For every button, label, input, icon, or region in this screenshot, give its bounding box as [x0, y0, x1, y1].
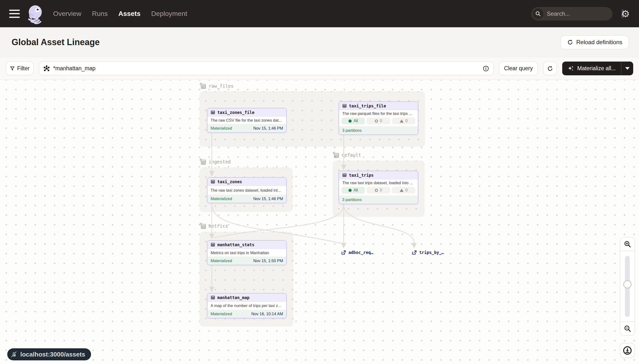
asset-node-description: The raw taxi trips dataset, loaded into … [339, 179, 418, 186]
materialized-timestamp: Nov 15, 1:46 PM [253, 126, 283, 130]
group-label-ingested[interactable]: ingested [200, 158, 231, 165]
page-title: Global Asset Lineage [12, 37, 100, 47]
asset-node-taxi-trips-file[interactable]: taxi_trips_file The raw parquet files fo… [339, 102, 418, 135]
zoom-out-button[interactable] [620, 322, 635, 335]
asset-node-manhattan-stats[interactable]: manhattan_stats Metrics on taxi trips in… [207, 240, 287, 265]
top-navbar: Overview Runs Assets Deployment / ⚙ [0, 0, 639, 27]
zoom-slider[interactable] [620, 251, 635, 322]
triangle-icon [400, 120, 404, 122]
settings-gear-icon[interactable]: ⚙ [621, 9, 630, 18]
external-asset-trips-by[interactable]: trips_by_… [412, 250, 444, 255]
external-link-icon [341, 250, 346, 255]
group-table-icon [200, 158, 206, 165]
partition-count: 3 partitions [342, 128, 362, 133]
nav-tab-runs[interactable]: Runs [92, 10, 108, 18]
hamburger-menu-icon[interactable] [9, 10, 20, 18]
partitions-missing-pill[interactable]: 0 [367, 118, 390, 124]
asset-node-header: taxi_trips [339, 171, 418, 179]
sparkles-icon [567, 65, 574, 72]
table-icon [211, 242, 215, 247]
asset-node-footer: Materialized Nov 15, 1:46 PM [207, 194, 286, 203]
asset-node-manhattan-map[interactable]: manhattan_map A map of the number of tri… [207, 293, 287, 318]
asset-node-header: taxi_zones [207, 178, 286, 186]
materialize-dropdown-toggle[interactable] [621, 62, 633, 75]
lineage-graph-icon [44, 66, 50, 72]
browser-status-bubble: localhost:3000/assets [7, 348, 91, 360]
asset-node-footer: 3 partitions [339, 196, 418, 204]
refresh-icon [547, 66, 553, 72]
lineage-toolbar: Filter Clear query [0, 57, 639, 80]
partition-count: 3 partitions [342, 198, 362, 202]
chevron-down-icon [625, 67, 629, 70]
zoom-in-button[interactable] [620, 237, 635, 251]
materialize-all-main[interactable]: Materialize all... [562, 62, 621, 75]
table-icon [211, 295, 215, 300]
download-graph-button[interactable] [620, 343, 635, 358]
asset-node-footer: Materialized Nov 15, 1:50 PM [207, 256, 286, 265]
partition-health-row: All 0 0 [339, 117, 418, 126]
group-label-metrics[interactable]: metrics [200, 222, 228, 229]
asset-node-footer: Materialized Nov 16, 10:14 AM [207, 310, 286, 318]
zoom-out-icon [623, 325, 631, 332]
zoom-slider-thumb[interactable] [623, 280, 631, 288]
group-table-icon [200, 222, 206, 229]
materialized-status: Materialized [211, 126, 232, 130]
nav-tab-deployment[interactable]: Deployment [151, 10, 187, 18]
partitions-all-pill[interactable]: All [341, 187, 365, 194]
dot-icon [348, 189, 352, 192]
materialized-status: Materialized [211, 312, 232, 316]
materialize-all-button[interactable]: Materialize all... [562, 62, 633, 75]
triangle-icon [400, 189, 404, 192]
asset-node-header: manhattan_map [207, 294, 286, 302]
asset-node-header: manhattan_stats [207, 241, 286, 249]
asset-query-field[interactable] [39, 62, 494, 75]
dagster-app: Overview Runs Assets Deployment / ⚙ Glob… [0, 0, 639, 364]
info-icon[interactable] [483, 66, 489, 72]
primary-nav: Overview Runs Assets Deployment [53, 10, 187, 18]
page-header: Global Asset Lineage Reload definitions [0, 27, 639, 57]
partitions-all-pill[interactable]: All [341, 118, 365, 124]
ring-icon [375, 120, 378, 122]
partitions-missing-pill[interactable]: 0 [367, 187, 390, 194]
global-search[interactable]: / [531, 7, 612, 20]
external-link-icon [412, 250, 417, 255]
partitions-failed-pill[interactable]: 0 [392, 187, 415, 194]
asset-node-taxi-zones[interactable]: taxi_zones The raw taxi zones dataset, l… [207, 177, 287, 203]
ring-icon [375, 189, 378, 192]
group-label-raw-files[interactable]: raw_files [200, 82, 234, 89]
asset-node-description: The raw taxi zones dataset, loaded int..… [207, 186, 286, 194]
status-url: localhost:3000/assets [20, 351, 85, 358]
search-input[interactable] [547, 10, 621, 17]
materialized-status: Materialized [211, 196, 232, 201]
external-asset-adhoc-request[interactable]: adhoc_req… [341, 250, 373, 255]
group-table-icon [333, 152, 339, 158]
group-label-default[interactable]: default [333, 152, 361, 158]
filter-button[interactable]: Filter [6, 62, 34, 75]
table-icon [342, 104, 347, 108]
asset-node-taxi-trips[interactable]: taxi_trips The raw taxi trips dataset, l… [339, 171, 418, 204]
asset-node-taxi-zones-file[interactable]: taxi_zones_file The raw CSV file for the… [207, 108, 287, 133]
asset-node-footer: 3 partitions [339, 126, 418, 134]
asset-node-header: taxi_trips_file [339, 102, 418, 110]
materialized-status: Materialized [211, 258, 232, 263]
asset-node-header: taxi_zones_file [207, 108, 286, 116]
dot-icon [348, 120, 352, 122]
asset-node-description: Metrics on taxi trips in Manhattan [207, 249, 286, 256]
nav-tab-assets[interactable]: Assets [118, 10, 141, 18]
zoom-in-icon [623, 240, 631, 248]
reload-definitions-button[interactable]: Reload definitions [560, 35, 629, 49]
materialized-timestamp: Nov 16, 10:14 AM [251, 312, 283, 316]
refresh-icon [567, 39, 573, 46]
asset-node-description: A map of the number of trips per taxi z.… [207, 302, 286, 310]
search-icon [533, 8, 543, 19]
partition-health-row: All 0 0 [339, 186, 418, 196]
partitions-failed-pill[interactable]: 0 [392, 118, 415, 124]
refresh-graph-button[interactable] [543, 62, 557, 75]
asset-query-input[interactable] [53, 65, 479, 72]
dagster-logo-icon [26, 5, 44, 24]
insecure-lock-icon [11, 351, 18, 358]
table-icon [211, 110, 215, 115]
table-icon [211, 179, 215, 184]
clear-query-button[interactable]: Clear query [499, 62, 538, 75]
nav-tab-overview[interactable]: Overview [53, 10, 81, 18]
